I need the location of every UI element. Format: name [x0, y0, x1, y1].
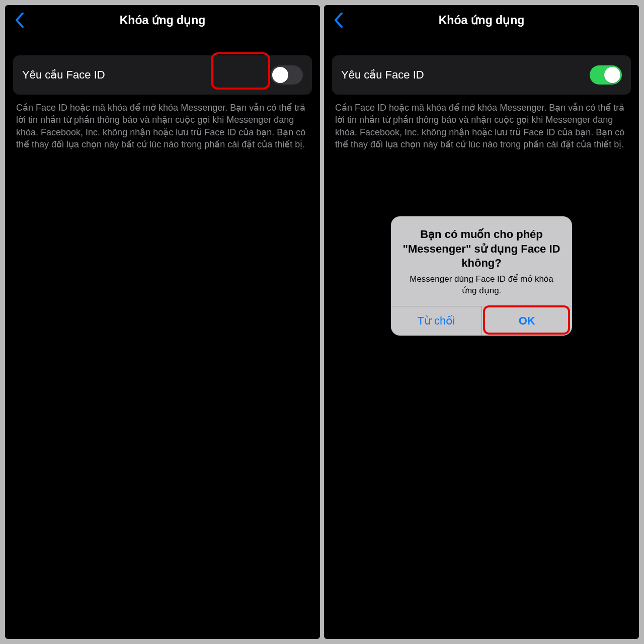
alert-title: Bạn có muốn cho phép "Messenger" sử dụng…	[401, 227, 562, 271]
faceid-row: Yêu cầu Face ID	[13, 55, 312, 95]
faceid-permission-alert: Bạn có muốn cho phép "Messenger" sử dụng…	[391, 216, 572, 336]
ok-button[interactable]: OK	[481, 306, 573, 336]
faceid-label: Yêu cầu Face ID	[22, 68, 105, 82]
alert-buttons: Từ chối OK	[391, 306, 572, 336]
ok-button-label: OK	[519, 314, 535, 327]
header: Khóa ứng dụng	[5, 5, 320, 35]
deny-button[interactable]: Từ chối	[391, 306, 481, 336]
content: Yêu cầu Face ID Cần Face ID hoặc mã khóa…	[5, 35, 320, 150]
page-title: Khóa ứng dụng	[120, 14, 206, 27]
alert-message: Messenger dùng Face ID để mở khóa ứng dụ…	[401, 274, 562, 297]
back-button[interactable]	[12, 10, 27, 30]
screen-left: Khóa ứng dụng Yêu cầu Face ID Cần Face I…	[5, 5, 320, 639]
faceid-description: Cần Face ID hoặc mã khóa để mở khóa Mess…	[13, 95, 312, 150]
modal-overlay: Bạn có muốn cho phép "Messenger" sử dụng…	[324, 5, 639, 639]
faceid-toggle[interactable]	[271, 65, 303, 85]
alert-body: Bạn có muốn cho phép "Messenger" sử dụng…	[391, 216, 572, 306]
toggle-knob	[272, 67, 288, 83]
tutorial-highlight	[211, 52, 270, 90]
screen-right: Khóa ứng dụng Yêu cầu Face ID Cần Face I…	[324, 5, 639, 639]
chevron-left-icon	[15, 13, 24, 28]
